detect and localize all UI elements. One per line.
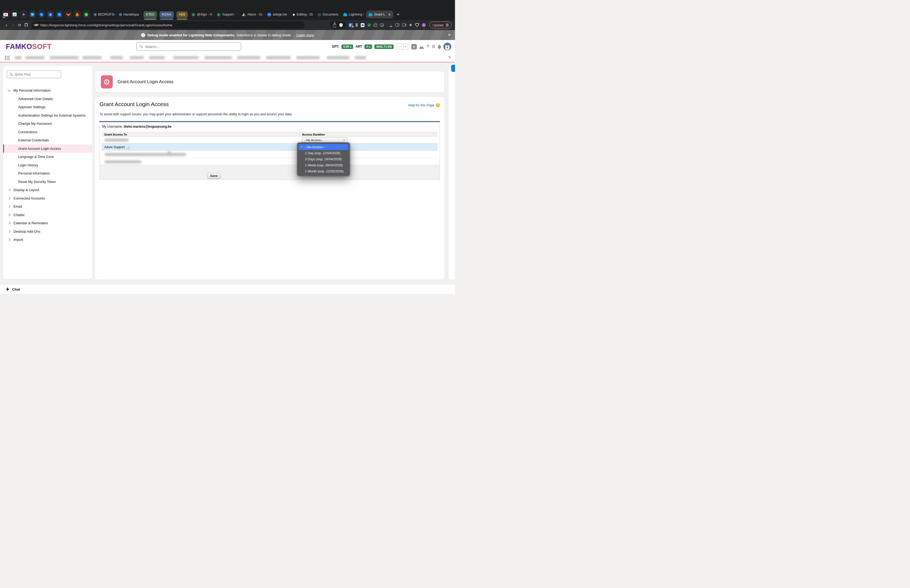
nav-item-redacted[interactable] — [327, 56, 350, 59]
access-duration-select[interactable]: --No Access-- — [302, 137, 347, 142]
nav-item-redacted[interactable] — [204, 56, 232, 59]
tab-group-koga[interactable]: KOGA — [160, 11, 174, 18]
sidebar-item-connections[interactable]: Connections — [3, 128, 92, 136]
edit-nav-pencil-icon[interactable]: ✎ — [448, 55, 451, 60]
setup-gear-icon[interactable]: ⚙ — [432, 44, 435, 50]
quick-find-input[interactable] — [7, 71, 61, 78]
extensions-menu-icon[interactable] — [374, 24, 377, 27]
nav-item-redacted[interactable] — [354, 56, 366, 59]
nav-item-redacted[interactable] — [82, 56, 102, 59]
banner-close-icon[interactable]: ✕ — [448, 33, 451, 37]
sidebar-section-desktop-add-ons[interactable]: Desktop Add-Ons — [3, 228, 92, 236]
phone-extension-icon[interactable] — [356, 23, 358, 27]
browser-tab-adure-go[interactable]: Adure - Go — [239, 11, 265, 18]
share-icon[interactable] — [333, 24, 336, 27]
sidebar-section-email[interactable]: Email — [3, 202, 92, 211]
notifications-bell-icon[interactable] — [438, 45, 441, 48]
sidebar-item-authentication-settings-for-external-systems[interactable]: Authentication Settings for External Sys… — [3, 111, 92, 120]
pinned-tab-whatsapp[interactable]: 1 — [83, 11, 90, 18]
sidebar-section-display-layout[interactable]: Display & Layout — [3, 186, 92, 194]
nav-item-redacted[interactable] — [110, 56, 123, 59]
dropdown-option-3[interactable]: 1 Week (exp. 28/04/2026) — [297, 162, 350, 168]
reload-button[interactable]: ⟳ — [16, 23, 23, 27]
browser-tab-grant-l[interactable]: Grant L✕ — [366, 11, 393, 18]
search-input[interactable] — [136, 42, 241, 51]
pinned-tab-jira[interactable]: ◆ — [47, 11, 54, 18]
chat-label[interactable]: Chat — [12, 288, 20, 291]
address-bar[interactable]: https://kogavzw.lightning.force.com/ligh… — [31, 21, 305, 29]
sidebar-item-login-history[interactable]: Login History — [3, 161, 92, 170]
vpn-shield-icon[interactable] — [415, 23, 419, 27]
user-avatar[interactable] — [443, 43, 451, 50]
sidebar-item-personal-information[interactable]: Personal Information — [3, 169, 92, 178]
save-button[interactable]: Save — [207, 173, 220, 179]
leo-ai-icon[interactable] — [409, 23, 412, 27]
global-search[interactable] — [136, 42, 241, 51]
dropdown-option-1[interactable]: 1 Day (exp. 22/04/2026) — [297, 150, 350, 156]
sidebar-item-language-time-zone[interactable]: Language & Time Zone — [3, 153, 92, 161]
browser-tab-support-t[interactable]: eSupport - T — [214, 11, 239, 18]
trailhead-icon[interactable] — [419, 45, 424, 49]
pinned-tab-outlook[interactable]: O — [29, 11, 36, 18]
sidebar-item-approver-settings[interactable]: Approver Settings — [3, 103, 92, 111]
pinned-tab-gmail[interactable]: M11 — [2, 11, 9, 18]
close-tab-icon[interactable]: ✕ — [388, 13, 391, 16]
downloads-icon[interactable]: ↓ — [390, 23, 392, 27]
nav-item-redacted[interactable] — [237, 56, 261, 59]
browser-tab-adsign-be-[interactable]: adsign.be - — [265, 11, 290, 18]
wallet-icon[interactable] — [402, 23, 406, 27]
sidebar-toggle-icon[interactable] — [395, 23, 399, 27]
quick-find[interactable] — [7, 71, 61, 78]
sidebar-item-external-credentials[interactable]: External Credentials — [3, 136, 92, 144]
pinned-tab-gitlab[interactable] — [65, 11, 72, 18]
nav-item-redacted[interactable] — [25, 56, 45, 59]
browser-tab--sign-ho[interactable]: e@Sign - Ho — [189, 11, 214, 18]
right-panel-handle[interactable]: ‹ — [451, 65, 455, 72]
nav-item-redacted[interactable] — [173, 56, 199, 59]
sidebar-section-chatter[interactable]: Chatter — [3, 211, 92, 219]
sidebar-item-reset-my-security-token[interactable]: Reset My Security Token — [3, 178, 92, 186]
nav-item-redacted[interactable] — [50, 56, 79, 59]
salesforce-extension-icon[interactable] — [361, 23, 364, 27]
sidebar-section-import[interactable]: Import — [3, 236, 92, 244]
browser-tab-lightning-e[interactable]: Lightning E — [341, 11, 366, 18]
help-icon[interactable]: ? — [427, 44, 429, 49]
help-question-icon[interactable]: ? — [436, 103, 440, 107]
sidebar-section-calendar-reminders[interactable]: Calendar & Reminders — [3, 219, 92, 228]
tab-group-ktec[interactable]: KTEC — [144, 11, 157, 18]
site-settings-icon[interactable] — [35, 24, 38, 26]
brave-lion-icon[interactable] — [339, 23, 343, 27]
browser-tab-handelspa[interactable]: Handelspa — [117, 11, 142, 18]
pinned-tab-calendar[interactable]: 22 — [11, 11, 18, 18]
nav-item-redacted[interactable] — [129, 56, 144, 59]
dropdown-option-4[interactable]: 1 Month (exp. 21/05/2026) — [297, 168, 350, 174]
extension-icon[interactable]: 6 — [349, 23, 352, 27]
nav-item-redacted[interactable] — [149, 56, 165, 59]
dropdown-option-0[interactable]: --No Access-- — [299, 144, 348, 150]
favorites-dropdown-icon[interactable]: ▼ — [403, 44, 408, 50]
browser-profile-avatar[interactable]: ✕ — [422, 23, 426, 27]
browser-tab-editing-do[interactable]: ◆Editing - Do — [290, 11, 315, 18]
sidebar-section-my-personal-information[interactable]: My Personal Information — [3, 86, 92, 95]
tab-group-ads[interactable]: ADS — [176, 11, 188, 18]
nav-item-redacted[interactable] — [266, 56, 291, 59]
pinned-tab-bluex[interactable]: × — [56, 11, 63, 18]
browser-tab-documenta[interactable]: @Documenta — [315, 11, 341, 18]
pinned-tab-flame[interactable] — [74, 11, 81, 18]
pinned-tab-gemini[interactable] — [20, 11, 27, 18]
dropdown-option-2[interactable]: 3 Days (exp. 24/04/2026) — [297, 156, 350, 162]
browser-tab-bedrijfsg[interactable]: BEDRIJFSG — [92, 11, 117, 18]
nav-item-redacted[interactable] — [296, 56, 320, 59]
update-button[interactable]: Update — [430, 22, 452, 28]
back-button[interactable]: ‹ — [3, 23, 10, 27]
tab-search-icon[interactable] — [380, 23, 384, 27]
esign-extension-icon[interactable]: e — [367, 23, 371, 27]
star-icon[interactable]: ☆ — [397, 44, 403, 50]
quick-create-icon[interactable]: + — [411, 44, 417, 50]
pinned-tab-messenger[interactable]: ϟ — [38, 11, 45, 18]
new-tab-button[interactable]: + — [396, 11, 400, 18]
learn-more-link[interactable]: Learn more — [296, 33, 314, 37]
sidebar-item-advanced-user-details[interactable]: Advanced User Details — [3, 95, 92, 103]
info-button[interactable]: i — [126, 145, 130, 149]
nav-item-redacted[interactable] — [15, 56, 22, 59]
